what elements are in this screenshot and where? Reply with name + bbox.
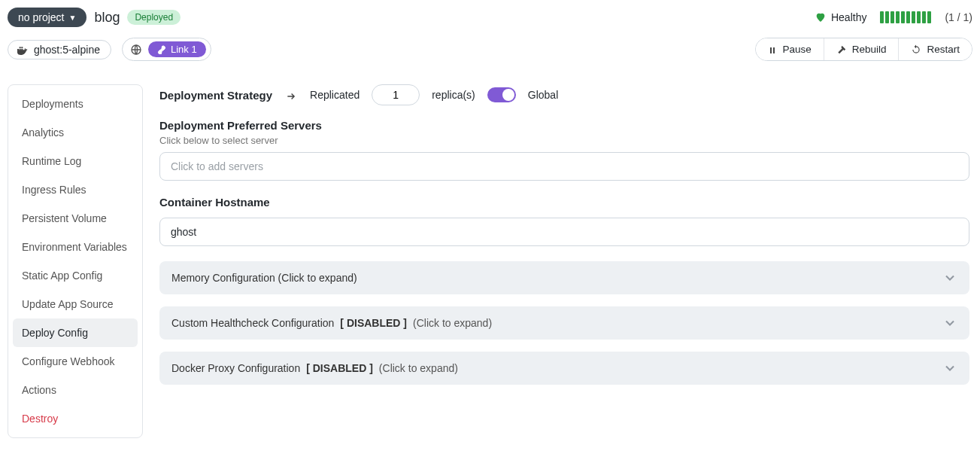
globe-icon <box>130 43 142 56</box>
chevron-down-icon <box>942 315 957 331</box>
page-title: blog <box>94 10 120 26</box>
heart-icon <box>815 11 827 23</box>
project-selector[interactable]: no project ▼ <box>8 8 86 27</box>
image-tag-label: ghost:5-alpine <box>34 44 100 56</box>
accordion-docker-proxy-configuration[interactable]: Docker Proxy Configuration [ DISABLED ] … <box>159 352 969 385</box>
sidebar-item-update-app-source[interactable]: Update App Source <box>13 290 138 318</box>
sidebar-item-actions[interactable]: Actions <box>13 376 138 404</box>
strategy-label: Deployment Strategy <box>159 89 272 102</box>
image-tag-chip[interactable]: ghost:5-alpine <box>8 40 111 59</box>
health-label: Healthy <box>831 11 866 23</box>
expand-hint: (Click to expand) <box>379 362 458 374</box>
health-indicator: Healthy <box>815 11 866 23</box>
replicated-label: Replicated <box>310 89 360 101</box>
replica-count: (1 / 1) <box>945 11 972 23</box>
rebuild-button[interactable]: Rebuild <box>824 38 899 60</box>
accordion-title: Docker Proxy Configuration <box>171 362 300 374</box>
chevron-down-icon <box>942 361 957 376</box>
docker-icon <box>16 44 28 56</box>
replicas-input[interactable] <box>372 84 420 105</box>
link-chip-label: Link 1 <box>171 44 197 55</box>
sidebar-item-configure-webhook[interactable]: Configure Webhook <box>13 347 138 376</box>
sidebar-item-destroy[interactable]: Destroy <box>13 404 138 433</box>
accordion-custom-healthcheck-configuration[interactable]: Custom Healthcheck Configuration [ DISAB… <box>159 306 969 340</box>
pause-icon <box>768 44 777 55</box>
disabled-tag: [ DISABLED ] <box>340 317 407 329</box>
global-toggle[interactable] <box>487 87 516 102</box>
replicas-suffix: replica(s) <box>432 89 475 101</box>
status-badge: Deployed <box>127 10 181 25</box>
global-label: Global <box>528 89 558 101</box>
sidebar-item-environment-variables[interactable]: Environment Variables <box>13 233 138 261</box>
hostname-input[interactable] <box>159 218 969 246</box>
health-bars <box>880 11 931 23</box>
servers-input[interactable] <box>159 152 969 181</box>
sidebar-item-deploy-config[interactable]: Deploy Config <box>13 318 138 347</box>
link-chip[interactable]: Link 1 <box>122 38 211 61</box>
rebuild-label: Rebuild <box>852 44 887 55</box>
expand-hint: (Click to expand) <box>413 317 492 329</box>
chevron-down-icon: ▼ <box>68 14 76 22</box>
sidebar-item-deployments[interactable]: Deployments <box>13 90 138 118</box>
hostname-title: Container Hostname <box>159 196 969 209</box>
sidebar-item-persistent-volume[interactable]: Persistent Volume <box>13 204 138 233</box>
disabled-tag: [ DISABLED ] <box>306 362 373 374</box>
restart-button[interactable]: Restart <box>898 38 972 60</box>
sidebar: DeploymentsAnalyticsRuntime LogIngress R… <box>8 84 143 438</box>
accordion-title: Memory Configuration (Click to expand) <box>171 272 357 284</box>
sidebar-item-runtime-log[interactable]: Runtime Log <box>13 147 138 175</box>
arrow-right-icon <box>284 89 298 101</box>
restart-label: Restart <box>927 44 960 55</box>
main-content: Deployment Strategy Replicated replica(s… <box>159 84 972 438</box>
pause-label: Pause <box>782 44 811 55</box>
pause-button[interactable]: Pause <box>756 38 823 60</box>
accordion-memory-configuration[interactable]: Memory Configuration (Click to expand) <box>159 261 969 294</box>
sidebar-item-ingress-rules[interactable]: Ingress Rules <box>13 175 138 204</box>
chevron-down-icon <box>942 270 957 285</box>
toggle-knob <box>502 89 514 101</box>
link-chip-inner: Link 1 <box>148 41 206 57</box>
link-icon <box>157 45 166 54</box>
preferred-servers-subtitle: Click below to select server <box>159 135 969 146</box>
hammer-icon <box>836 44 847 55</box>
preferred-servers-title: Deployment Preferred Servers <box>159 119 969 132</box>
restart-icon <box>911 44 921 55</box>
sidebar-item-static-app-config[interactable]: Static App Config <box>13 261 138 290</box>
sidebar-item-analytics[interactable]: Analytics <box>13 118 138 147</box>
project-selector-label: no project <box>18 11 64 23</box>
action-button-group: Pause Rebuild Restart <box>755 38 972 61</box>
accordion-title: Custom Healthcheck Configuration <box>171 317 334 329</box>
